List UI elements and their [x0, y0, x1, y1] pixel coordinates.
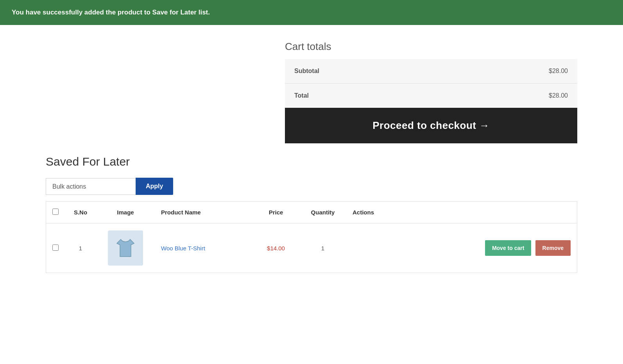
bulk-actions-row: Bulk actions Apply	[46, 178, 577, 195]
move-to-cart-button[interactable]: Move to cart	[485, 240, 531, 256]
totals-table: Subtotal $28.00 Total $28.00	[285, 59, 577, 108]
row-quantity: 1	[299, 223, 346, 273]
row-image-cell	[96, 223, 155, 273]
header-sno: S.No	[65, 202, 96, 223]
total-value: $28.00	[442, 84, 577, 108]
table-body: 1 Woo Blue T-Shirt $14.00	[46, 223, 577, 273]
subtotal-row: Subtotal $28.00	[285, 59, 577, 84]
header-product-name: Product Name	[155, 202, 252, 223]
table-row: 1 Woo Blue T-Shirt $14.00	[46, 223, 577, 273]
main-content: Cart totals Subtotal $28.00 Total $28.00…	[30, 25, 593, 289]
tshirt-icon	[113, 236, 138, 261]
product-price: $14.00	[267, 245, 285, 252]
header-row: S.No Image Product Name Price Quantity A…	[46, 202, 577, 223]
subtotal-label: Subtotal	[285, 59, 442, 84]
row-price-cell: $14.00	[252, 223, 299, 273]
saved-for-later-section: Saved For Later Bulk actions Apply S.No …	[46, 155, 577, 273]
select-all-checkbox[interactable]	[52, 209, 59, 215]
apply-button[interactable]: Apply	[136, 178, 173, 195]
header-actions: Actions	[346, 202, 577, 223]
proceed-to-checkout-button[interactable]: Proceed to checkout →	[285, 108, 577, 143]
saved-for-later-title: Saved For Later	[46, 155, 577, 168]
bulk-actions-select[interactable]: Bulk actions	[46, 178, 136, 195]
row-actions-cell: Move to cart Remove	[346, 223, 577, 273]
cart-totals-section: Cart totals Subtotal $28.00 Total $28.00…	[46, 41, 577, 143]
success-banner: You have successfully added the product …	[0, 0, 623, 25]
row-checkbox-cell	[46, 223, 65, 273]
product-name-link[interactable]: Woo Blue T-Shirt	[161, 245, 205, 252]
header-image: Image	[96, 202, 155, 223]
cart-totals-box: Cart totals Subtotal $28.00 Total $28.00…	[285, 41, 577, 143]
total-row: Total $28.00	[285, 84, 577, 108]
remove-button[interactable]: Remove	[535, 240, 571, 256]
header-price: Price	[252, 202, 299, 223]
total-label: Total	[285, 84, 442, 108]
cart-totals-title: Cart totals	[285, 41, 577, 53]
subtotal-value: $28.00	[442, 59, 577, 84]
success-message: You have successfully added the product …	[12, 9, 210, 16]
header-checkbox-col	[46, 202, 65, 223]
saved-items-table: S.No Image Product Name Price Quantity A…	[46, 201, 577, 273]
row-checkbox[interactable]	[52, 244, 59, 251]
row-product-name-cell: Woo Blue T-Shirt	[155, 223, 252, 273]
row-sno: 1	[65, 223, 96, 273]
product-image	[108, 230, 143, 266]
table-header: S.No Image Product Name Price Quantity A…	[46, 202, 577, 223]
header-quantity: Quantity	[299, 202, 346, 223]
